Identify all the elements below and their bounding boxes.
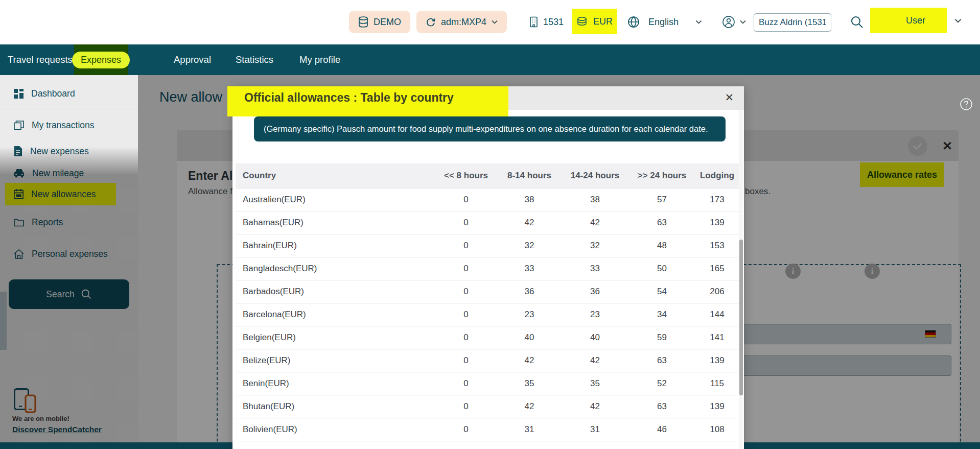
value-cell: 115	[695, 372, 739, 395]
table-row: Belize(EUR)0424263139	[236, 349, 739, 372]
user-menu[interactable]	[722, 15, 746, 29]
value-cell: 40	[497, 326, 562, 349]
tab-travel-requests[interactable]: Travel requests	[8, 44, 73, 75]
allowance-rates-button[interactable]: Allowance rates	[860, 162, 944, 187]
value-cell: 36	[497, 280, 562, 303]
environment-badge: DEMO	[349, 11, 410, 33]
col-country: Country	[236, 163, 435, 188]
sidebar-item-new-mileage[interactable]: New mileage	[0, 163, 138, 183]
country-cell: Bahamas(EUR)	[236, 211, 435, 234]
scrollbar-thumb[interactable]	[739, 240, 743, 395]
user-search-input[interactable]	[754, 13, 831, 32]
modal-title: Official allowances : Table by country	[244, 91, 454, 105]
value-cell: 42	[497, 395, 562, 418]
col-14-24h: 14-24 hours	[562, 163, 628, 188]
spendcatcher-link[interactable]: Discover SpendCatcher	[12, 425, 102, 434]
divider	[0, 109, 138, 109]
modal-scrollbar[interactable]	[739, 110, 743, 449]
tab-label: Expenses	[72, 52, 130, 68]
mobile-note: We are on mobile!	[12, 415, 69, 422]
info-icon[interactable]: i	[785, 264, 801, 279]
sidebar-item-new-expenses[interactable]: New expenses	[0, 141, 138, 161]
value-cell: 0	[435, 349, 497, 372]
sidebar-item-new-allowances[interactable]: New allowances	[0, 184, 138, 204]
chevron-down-icon	[492, 20, 498, 24]
help-icon[interactable]	[959, 97, 973, 111]
user-role-button[interactable]: User	[870, 8, 947, 33]
side-tab	[0, 292, 7, 350]
value-cell: 173	[695, 188, 739, 211]
value-cell: 31	[562, 418, 628, 441]
country-cell: Barbados(EUR)	[236, 280, 435, 303]
country-cell: Bahrain(EUR)	[236, 234, 435, 257]
country-cell: Benin(EUR)	[236, 372, 435, 395]
environment-label: DEMO	[374, 17, 401, 28]
value-cell: 34	[628, 303, 695, 326]
confirm-button[interactable]	[908, 136, 927, 156]
allowance-rates-label: Allowance rates	[867, 170, 937, 180]
page-title: New allow	[159, 89, 222, 105]
value-cell: 0	[435, 418, 497, 441]
value-cell: 33	[497, 257, 562, 280]
col-lodging: Lodging	[695, 163, 739, 188]
value-cell: 63	[628, 211, 695, 234]
col-gt24h: >> 24 hours	[628, 163, 695, 188]
value-cell: 57	[628, 188, 695, 211]
card-heading: Enter All	[188, 169, 236, 183]
value-cell: 42	[497, 349, 562, 372]
value-cell: 139	[695, 211, 739, 234]
table-row: Barcelona(EUR)0232334144	[236, 303, 739, 326]
search-button-label: Search	[46, 289, 74, 300]
admin-switch-button[interactable]: adm:MXP4	[416, 11, 507, 33]
value-cell: 36	[562, 280, 628, 303]
value-cell: 0	[435, 211, 497, 234]
modal-close-icon[interactable]: ✕	[725, 91, 734, 104]
allowance-table: Country << 8 hours 8-14 hours 14-24 hour…	[236, 163, 739, 441]
country-cell: Belgien(EUR)	[236, 326, 435, 349]
table-row: Bahrain(EUR)0323248153	[236, 234, 739, 257]
chevron-down-icon[interactable]	[954, 18, 962, 23]
tablet-phone-icon	[14, 388, 37, 414]
tab-label: Approval	[174, 54, 211, 65]
card-close-icon[interactable]: ✕	[942, 139, 952, 153]
value-cell: 153	[695, 234, 739, 257]
table-row: Bhutan(EUR)0424263139	[236, 395, 739, 418]
search-icon[interactable]	[850, 15, 864, 29]
tab-approval[interactable]: Approval	[174, 44, 211, 75]
sidebar-search-button[interactable]: Search	[9, 279, 129, 309]
entity-number: 1531	[543, 17, 564, 28]
sidebar-item-personal-expenses[interactable]: Personal expenses	[0, 244, 138, 264]
value-cell: 0	[435, 326, 497, 349]
sidebar-item-label: My transactions	[32, 120, 95, 131]
value-cell: 0	[435, 395, 497, 418]
value-cell: 48	[628, 234, 695, 257]
value-cell: 141	[695, 326, 739, 349]
currency-selector[interactable]: EUR	[572, 9, 617, 34]
sidebar-item-label: Dashboard	[31, 88, 75, 99]
tab-my-profile[interactable]: My profile	[299, 44, 340, 75]
sidebar-item-label: Personal expenses	[32, 249, 108, 259]
sidebar-item-dashboard[interactable]: Dashboard	[0, 84, 138, 103]
tab-statistics[interactable]: Statistics	[236, 44, 273, 75]
sidebar-item-reports[interactable]: Reports	[0, 212, 138, 232]
user-role-label: User	[906, 15, 925, 26]
sidebar: Dashboard My transactions New expenses N…	[0, 75, 138, 449]
table-row: Belgien(EUR)0404059141	[236, 326, 739, 349]
col-8-14h: 8-14 hours	[497, 163, 562, 188]
home-icon	[14, 249, 24, 259]
search-icon	[81, 289, 92, 300]
table-row: Bangladesch(EUR)0333350165	[236, 257, 739, 280]
tab-expenses[interactable]: Expenses	[74, 44, 128, 75]
country-cell: Barcelona(EUR)	[236, 303, 435, 326]
info-icon[interactable]: i	[865, 264, 880, 279]
value-cell: 42	[562, 395, 628, 418]
language-selector[interactable]: English	[627, 16, 702, 28]
calendar-icon	[14, 189, 24, 199]
language-label: English	[648, 17, 679, 28]
person-circle-icon	[722, 15, 735, 29]
value-cell: 165	[695, 257, 739, 280]
value-cell: 139	[695, 395, 739, 418]
allowance-table-body: Australien(EUR)0383857173Bahamas(EUR)042…	[236, 188, 739, 441]
sidebar-item-my-transactions[interactable]: My transactions	[0, 115, 138, 135]
sidebar-item-label: New allowances	[31, 189, 96, 200]
